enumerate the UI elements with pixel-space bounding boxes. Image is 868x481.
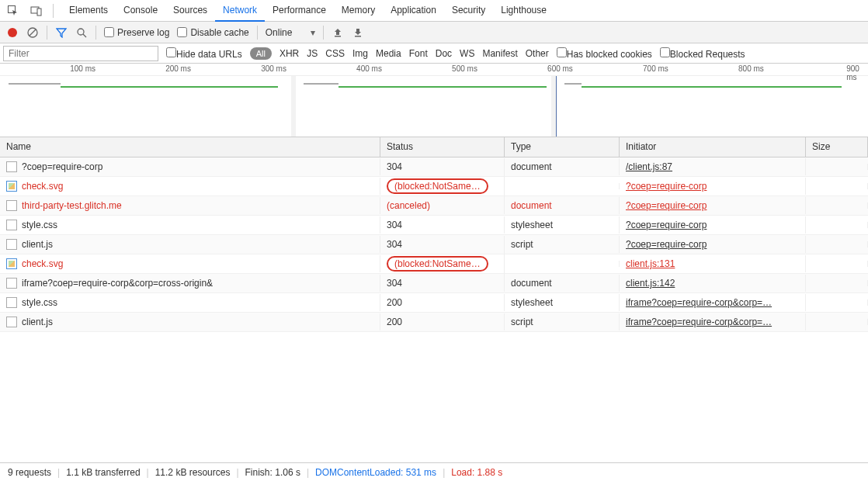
cell-status: 304	[380, 275, 505, 292]
tab-lighthouse[interactable]: Lighthouse	[493, 0, 554, 21]
file-icon	[6, 278, 17, 289]
cell-initiator: ?coep=require-corp	[620, 236, 806, 253]
cell-status: 200	[380, 294, 505, 311]
table-row[interactable]: style.css304stylesheet?coep=require-corp	[0, 216, 868, 235]
type-filter-all[interactable]: All	[250, 47, 272, 60]
table-row[interactable]: third-party-test.glitch.me(canceled)docu…	[0, 196, 868, 216]
inspect-icon[interactable]	[5, 2, 22, 19]
timeline-tick: 800 ms	[738, 64, 764, 73]
cell-name: iframe?coep=require-corp&corp=cross-orig…	[0, 275, 380, 292]
cell-initiator: client.js:142	[620, 275, 806, 292]
cell-type: stylesheet	[505, 294, 620, 311]
table-row[interactable]: client.js304script?coep=require-corp	[0, 235, 868, 254]
filter-icon[interactable]	[55, 26, 68, 39]
initiator-link[interactable]: ?coep=require-corp	[626, 220, 707, 230]
status-resources: 11.2 kB resources	[155, 467, 231, 478]
network-toolbar: Preserve log Disable cache Online ▾	[0, 22, 868, 43]
type-filter-doc[interactable]: Doc	[436, 48, 452, 59]
throttling-select[interactable]: Online	[266, 27, 308, 38]
initiator-link[interactable]: iframe?coep=require-corp&corp=…	[626, 317, 772, 327]
cell-type	[505, 261, 620, 267]
type-filter-img[interactable]: Img	[352, 48, 368, 59]
timeline-tick: 900 ms	[846, 64, 859, 81]
initiator-link[interactable]: client.js:131	[626, 258, 675, 269]
initiator-link[interactable]: ?coep=require-corp	[626, 239, 707, 250]
initiator-link[interactable]: ?coep=require-corp	[626, 181, 707, 192]
table-row[interactable]: client.js200scriptiframe?coep=require-co…	[0, 313, 868, 332]
timeline-overview[interactable]: 100 ms200 ms300 ms400 ms500 ms600 ms700 …	[0, 64, 868, 137]
clear-icon[interactable]	[26, 26, 39, 39]
type-filter-font[interactable]: Font	[409, 48, 428, 59]
divider	[323, 26, 324, 40]
blocked-requests-checkbox[interactable]: Blocked Requests	[660, 47, 745, 60]
cell-initiator: client.js:131	[620, 255, 806, 272]
has-blocked-cookies-checkbox[interactable]: Has blocked cookies	[557, 47, 652, 60]
table-row[interactable]: ?coep=require-corp304document/client.js:…	[0, 157, 868, 177]
table-row[interactable]: style.css200stylesheetiframe?coep=requir…	[0, 293, 868, 313]
download-icon[interactable]	[352, 26, 364, 39]
type-filter-css[interactable]: CSS	[325, 48, 345, 59]
cell-status: (blocked:NotSame…	[380, 253, 505, 275]
divider	[257, 26, 258, 40]
initiator-link[interactable]: /client.js:87	[626, 161, 672, 172]
cell-initiator: ?coep=require-corp	[620, 197, 806, 214]
initiator-link[interactable]: iframe?coep=require-corp&corp=…	[626, 297, 772, 308]
has-blocked-cookies-label: Has blocked cookies	[567, 49, 652, 60]
file-icon	[6, 317, 17, 327]
filter-input[interactable]	[3, 46, 158, 61]
cell-name: check.svg	[0, 178, 380, 195]
cell-initiator: iframe?coep=require-corp&corp=…	[620, 313, 806, 330]
divider	[53, 4, 54, 18]
type-filter-manifest[interactable]: Manifest	[482, 48, 517, 59]
table-row[interactable]: check.svg(blocked:NotSame…client.js:131	[0, 254, 868, 274]
cell-size	[806, 222, 868, 228]
cell-initiator: ?coep=require-corp	[620, 178, 806, 195]
disable-cache-checkbox[interactable]: Disable cache	[177, 27, 248, 38]
upload-icon[interactable]	[332, 26, 344, 39]
cell-type: document	[505, 275, 620, 292]
hide-data-urls-checkbox[interactable]: Hide data URLs	[166, 47, 242, 60]
svg-line-6	[83, 34, 86, 37]
tab-console[interactable]: Console	[116, 0, 165, 21]
tab-memory[interactable]: Memory	[334, 0, 383, 21]
tab-elements[interactable]: Elements	[61, 0, 116, 21]
column-initiator[interactable]: Initiator	[620, 137, 806, 157]
search-icon[interactable]	[75, 26, 88, 39]
tab-network[interactable]: Network	[215, 0, 265, 22]
tab-sources[interactable]: Sources	[165, 0, 215, 21]
initiator-link[interactable]: client.js:142	[626, 278, 675, 289]
type-filter-other[interactable]: Other	[526, 48, 549, 59]
file-icon	[6, 297, 17, 308]
file-icon	[6, 220, 17, 230]
device-toggle-icon[interactable]	[28, 2, 45, 19]
table-row[interactable]: check.svg(blocked:NotSame…?coep=require-…	[0, 177, 868, 196]
type-filter-xhr[interactable]: XHR	[279, 48, 299, 59]
column-status[interactable]: Status	[380, 137, 505, 157]
cell-type: script	[505, 236, 620, 253]
svg-rect-2	[37, 9, 41, 16]
column-size[interactable]: Size	[806, 137, 868, 157]
type-filter-ws[interactable]: WS	[460, 48, 474, 59]
file-icon	[6, 258, 17, 269]
tab-security[interactable]: Security	[444, 0, 493, 21]
cell-name: client.js	[0, 236, 380, 253]
column-type[interactable]: Type	[505, 137, 620, 157]
cell-type: document	[505, 158, 620, 175]
cell-size	[806, 319, 868, 325]
preserve-log-label: Preserve log	[117, 27, 169, 38]
type-filter-media[interactable]: Media	[376, 48, 401, 59]
chevron-down-icon[interactable]: ▾	[311, 27, 315, 38]
cell-size	[806, 183, 868, 189]
preserve-log-checkbox[interactable]: Preserve log	[104, 27, 169, 38]
column-name[interactable]: Name	[0, 137, 380, 157]
tab-application[interactable]: Application	[383, 0, 444, 21]
cell-status: 304	[380, 236, 505, 253]
cell-size	[806, 202, 868, 209]
cell-size	[806, 164, 868, 170]
status-dcl: DOMContentLoaded: 531 ms	[315, 467, 436, 478]
tab-performance[interactable]: Performance	[265, 0, 334, 21]
type-filter-js[interactable]: JS	[307, 48, 318, 59]
table-row[interactable]: iframe?coep=require-corp&corp=cross-orig…	[0, 274, 868, 293]
record-button[interactable]	[6, 26, 19, 39]
initiator-link[interactable]: ?coep=require-corp	[626, 200, 707, 211]
